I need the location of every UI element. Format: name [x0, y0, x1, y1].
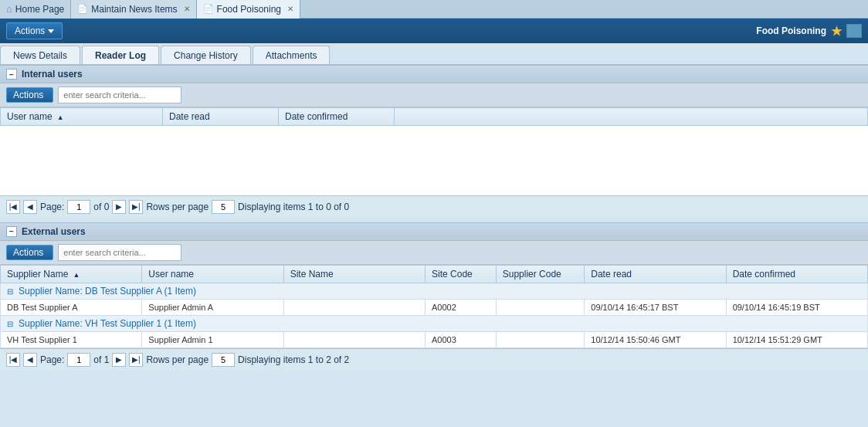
- cell-site-code-2: A0003: [426, 331, 497, 347]
- col-date-read: Date read: [163, 108, 279, 126]
- home-icon: ⌂: [6, 3, 12, 15]
- external-collapse-btn[interactable]: −: [6, 226, 17, 237]
- ext-page-label: Page:: [40, 354, 64, 365]
- external-actions-button[interactable]: Actions: [6, 245, 53, 260]
- page-last-btn[interactable]: ▶|: [129, 200, 143, 214]
- main-actions-label: Actions: [15, 25, 45, 36]
- internal-actions-button[interactable]: Actions: [6, 87, 53, 103]
- ext-page-prev-btn[interactable]: ◀: [23, 353, 37, 367]
- tab-maintain-news[interactable]: 📄 Maintain News Items ✕: [71, 0, 196, 19]
- group-expand-icon-2[interactable]: ⊟: [7, 320, 13, 328]
- tab-news-details[interactable]: News Details: [0, 46, 80, 64]
- tab-home-label: Home Page: [15, 4, 64, 15]
- tab-bar: ⌂ Home Page 📄 Maintain News Items ✕ 📄 Fo…: [0, 0, 868, 19]
- col-ext-username: User name: [142, 265, 283, 283]
- sort-supplier-icon: ▲: [73, 271, 80, 279]
- internal-display-label: Displaying items 1 to 0 of 0: [238, 202, 349, 212]
- cell-date-read-1: 09/10/14 16:45:17 BST: [585, 299, 726, 315]
- col-empty: [395, 108, 868, 126]
- internal-grid-toolbar: Actions: [0, 83, 868, 107]
- cell-supplier-name-2: VH Test Supplier 1: [1, 331, 142, 347]
- toolbar-right: Food Poisoning ★: [756, 24, 862, 39]
- external-grid-toolbar: Actions: [0, 241, 868, 265]
- page-input[interactable]: [67, 200, 90, 214]
- cell-site-name-2: [283, 331, 425, 347]
- group-label-1: ⊟ Supplier Name: DB Test Supplier A (1 I…: [1, 283, 868, 299]
- col-site-code: Site Code: [426, 265, 497, 283]
- tab-food-poisoning[interactable]: 📄 Food Poisoning ✕: [197, 0, 300, 19]
- internal-users-section: − Internal users Actions User name ▲ Dat…: [0, 65, 868, 218]
- cell-site-name-1: [283, 299, 425, 315]
- internal-users-table: User name ▲ Date read Date confirmed: [0, 107, 868, 195]
- cell-date-confirmed-1: 09/10/14 16:45:19 BST: [726, 299, 867, 315]
- cell-site-code-1: A0002: [426, 299, 497, 315]
- page-label: Page:: [40, 202, 64, 212]
- tab-attachments-label: Attachments: [266, 50, 317, 61]
- rows-label: Rows per page: [146, 202, 209, 212]
- star-icon[interactable]: ★: [831, 24, 842, 39]
- ext-rows-label: Rows per page: [146, 354, 209, 365]
- group-expand-icon-1[interactable]: ⊟: [7, 287, 13, 296]
- toolbar-left: Actions: [6, 22, 63, 39]
- tab-reader-log[interactable]: Reader Log: [82, 46, 159, 64]
- external-display-label: Displaying items 1 to 2 of 2: [238, 354, 349, 365]
- sort-username-icon: ▲: [57, 114, 64, 121]
- box-icon[interactable]: [846, 24, 862, 38]
- external-users-section: − External users Actions Supplier Name ▲…: [0, 222, 868, 371]
- page-first-btn[interactable]: |◀: [6, 200, 20, 214]
- cell-supplier-code-2: [496, 331, 585, 347]
- col-ext-date-read: Date read: [585, 265, 726, 283]
- ext-page-next-btn[interactable]: ▶: [112, 353, 126, 367]
- tab-change-history-label: Change History: [174, 50, 238, 61]
- col-supplier-code: Supplier Code: [496, 265, 585, 283]
- table-row: VH Test Supplier 1 Supplier Admin 1 A000…: [1, 331, 868, 347]
- col-site-name: Site Name: [283, 265, 425, 283]
- col-supplier-name: Supplier Name ▲: [1, 265, 142, 283]
- internal-collapse-btn[interactable]: −: [6, 69, 17, 80]
- tab-change-history[interactable]: Change History: [161, 46, 251, 64]
- external-of-label: of 1: [93, 354, 109, 365]
- tab-food-label: Food Poisoning: [217, 4, 281, 15]
- tab-reader-log-label: Reader Log: [95, 50, 146, 61]
- main-toolbar: Actions Food Poisoning ★: [0, 19, 868, 43]
- cell-supplier-code-1: [496, 299, 585, 315]
- internal-pagination: |◀ ◀ Page: of 0 ▶ ▶| Rows per page Displ…: [0, 195, 868, 218]
- internal-users-header: − Internal users: [0, 65, 868, 83]
- table-row: DB Test Supplier A Supplier Admin A A000…: [1, 299, 868, 315]
- group-row-2: ⊟ Supplier Name: VH Test Supplier 1 (1 I…: [1, 315, 868, 331]
- external-pagination: |◀ ◀ Page: of 1 ▶ ▶| Rows per page Displ…: [0, 348, 868, 371]
- external-users-header: − External users: [0, 222, 868, 241]
- ext-page-input[interactable]: [67, 353, 90, 367]
- tab-attachments[interactable]: Attachments: [253, 46, 331, 64]
- page-prev-btn[interactable]: ◀: [23, 200, 37, 214]
- group-row-1: ⊟ Supplier Name: DB Test Supplier A (1 I…: [1, 283, 868, 299]
- sub-tabs: News Details Reader Log Change History A…: [0, 43, 868, 65]
- actions-arrow-icon: [48, 29, 54, 33]
- group-label-2: ⊟ Supplier Name: VH Test Supplier 1 (1 I…: [1, 315, 868, 331]
- doc-icon: 📄: [77, 4, 88, 14]
- ext-page-first-btn[interactable]: |◀: [6, 353, 20, 367]
- cell-date-confirmed-2: 10/12/14 15:51:29 GMT: [726, 331, 867, 347]
- tab-news-label: Maintain News Items: [91, 4, 177, 15]
- doc-icon2: 📄: [203, 4, 214, 14]
- external-search-input[interactable]: [58, 244, 181, 261]
- col-date-confirmed: Date confirmed: [279, 108, 395, 126]
- internal-of-label: of 0: [93, 202, 109, 212]
- cell-supplier-name-1: DB Test Supplier A: [1, 299, 142, 315]
- internal-actions-label: Actions: [13, 90, 43, 100]
- main-actions-button[interactable]: Actions: [6, 22, 63, 39]
- cell-user-name-1: Supplier Admin A: [142, 299, 283, 315]
- internal-search-input[interactable]: [58, 86, 181, 103]
- internal-empty-area: [1, 126, 868, 195]
- ext-rows-per-page-input[interactable]: [212, 353, 235, 367]
- tab-food-close[interactable]: ✕: [287, 5, 293, 13]
- col-ext-date-confirmed: Date confirmed: [726, 265, 867, 283]
- cell-user-name-2: Supplier Admin 1: [142, 331, 283, 347]
- internal-users-title: Internal users: [22, 69, 83, 80]
- page-next-btn[interactable]: ▶: [112, 200, 126, 214]
- tab-home[interactable]: ⌂ Home Page: [0, 0, 71, 19]
- tab-news-close[interactable]: ✕: [184, 5, 190, 13]
- tab-news-details-label: News Details: [13, 50, 67, 61]
- ext-page-last-btn[interactable]: ▶|: [129, 353, 143, 367]
- rows-per-page-input[interactable]: [212, 200, 235, 214]
